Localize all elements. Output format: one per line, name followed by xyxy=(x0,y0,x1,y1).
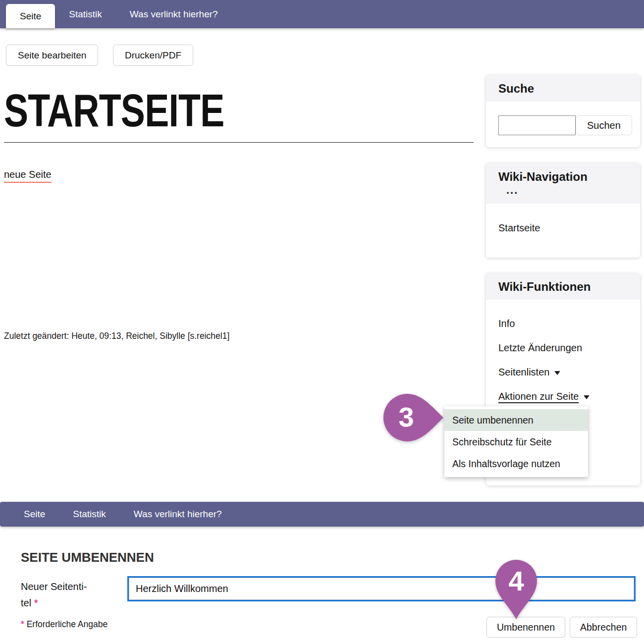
bottom-tab-bar: Seite Statistik Was verlinkt hierher? xyxy=(0,502,644,527)
required-asterisk: * xyxy=(34,597,38,608)
tab-was-verlinkt-hierher[interactable]: Was verlinkt hierher? xyxy=(116,0,232,28)
rename-form-heading: SEITE UMBENENNEN xyxy=(21,550,154,565)
menu-item-schreibschutz[interactable]: Schreibschutz für Seite xyxy=(444,431,588,453)
function-dropdown-seitenlisten[interactable]: Seitenlisten xyxy=(498,367,628,378)
step-number: 3 xyxy=(398,401,414,432)
tab-label: Was verlinkt hierher? xyxy=(134,509,222,520)
step-number: 4 xyxy=(508,565,524,596)
top-tab-bar: Seite Statistik Was verlinkt hierher? xyxy=(0,0,644,28)
tab-label: Statistik xyxy=(73,509,106,520)
wiki-functions-title: Wiki-Funktionen xyxy=(498,280,628,294)
required-note-text: Erforderliche Angabe xyxy=(27,619,107,629)
caret-down-icon xyxy=(554,371,560,375)
caret-down-icon xyxy=(584,395,590,399)
tab-statistik-2[interactable]: Statistik xyxy=(59,502,120,527)
required-asterisk: * xyxy=(21,619,24,629)
function-label: Seitenlisten xyxy=(498,367,549,377)
missing-page-link[interactable]: neue Seite xyxy=(4,169,52,183)
function-link-letzte-aenderungen[interactable]: Letzte Änderungen xyxy=(498,342,628,354)
function-label: Letzte Änderungen xyxy=(498,342,582,353)
label-line1: Neuer Seitenti- xyxy=(21,581,87,592)
required-note: * Erforderliche Angabe xyxy=(21,619,107,630)
label-line2: tel xyxy=(21,597,31,608)
search-panel-title: Suche xyxy=(498,82,628,96)
tab-label: Seite xyxy=(20,11,41,22)
tab-statistik[interactable]: Statistik xyxy=(55,0,116,28)
rename-cancel-button[interactable]: Abbrechen xyxy=(570,617,637,638)
search-panel: Suche Suchen xyxy=(486,75,640,147)
tab-label: Seite xyxy=(24,509,45,520)
nav-link-startseite[interactable]: Startseite xyxy=(498,222,540,233)
search-input[interactable] xyxy=(498,115,576,135)
tab-label: Statistik xyxy=(69,9,102,20)
new-title-label: Neuer Seitenti- tel * xyxy=(21,579,120,611)
wiki-navigation-panel: Wiki-Navigation ... Startseite xyxy=(486,163,640,258)
function-label: Aktionen zur Seite xyxy=(498,391,579,402)
page-title: STARTSEITE xyxy=(4,88,224,133)
page-actions-dropdown-menu: Seite umbenennen Schreibschutz für Seite… xyxy=(444,406,588,477)
step-3-callout: 3 xyxy=(382,393,444,442)
function-label: Info xyxy=(498,318,515,329)
search-panel-header: Suche xyxy=(486,75,640,102)
wiki-navigation-header: Wiki-Navigation ... xyxy=(486,163,640,204)
function-link-info[interactable]: Info xyxy=(498,318,628,329)
tab-seite-2[interactable]: Seite xyxy=(10,502,59,527)
tab-label: Was verlinkt hierher? xyxy=(130,9,218,20)
step-4-callout: 4 xyxy=(494,559,538,620)
print-pdf-button[interactable]: Drucken/PDF xyxy=(113,45,193,66)
last-modified-text: Zuletzt geändert: Heute, 09:13, Reichel,… xyxy=(4,331,229,341)
menu-item-inhaltsvorlage[interactable]: Als Inhaltsvorlage nutzen xyxy=(444,453,588,475)
wiki-functions-header: Wiki-Funktionen xyxy=(486,273,640,300)
tab-seite[interactable]: Seite xyxy=(6,4,55,28)
new-page-title-input[interactable] xyxy=(127,576,636,601)
wiki-page: Seite Statistik Was verlinkt hierher? Se… xyxy=(0,0,644,644)
ellipsis-expander-icon[interactable]: ... xyxy=(498,184,628,199)
wiki-navigation-title: Wiki-Navigation xyxy=(498,170,628,184)
function-dropdown-aktionen-zur-seite[interactable]: Aktionen zur Seite xyxy=(498,391,628,402)
menu-item-seite-umbenennen[interactable]: Seite umbenennen xyxy=(444,409,588,431)
tab-was-verlinkt-hierher-2[interactable]: Was verlinkt hierher? xyxy=(120,502,236,527)
title-divider xyxy=(4,142,474,143)
edit-page-button[interactable]: Seite bearbeiten xyxy=(6,45,98,66)
search-button[interactable]: Suchen xyxy=(576,115,632,135)
